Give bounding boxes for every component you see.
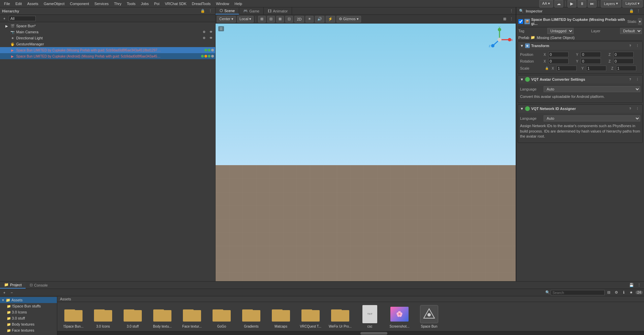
vqt-network-header[interactable]: ▼ VQT Network ID Assigner ? ⋮: [518, 105, 642, 113]
static-dropdown-icon[interactable]: ▾: [638, 18, 642, 25]
vqt-network-menu-icon[interactable]: ⋮: [634, 106, 640, 112]
account-button[interactable]: AA ▾: [539, 0, 553, 7]
object-enabled-checkbox[interactable]: [518, 19, 523, 24]
rotation-y-input[interactable]: [581, 59, 601, 64]
menu-window[interactable]: Window: [213, 1, 232, 6]
asset-tree-item-assets[interactable]: ▼ 📁 Assets: [0, 297, 57, 303]
menu-gameobject[interactable]: GameObject: [41, 1, 67, 6]
menu-thry[interactable]: Thry: [111, 1, 124, 6]
hierarchy-item-gesture[interactable]: 🖐 GestureManager: [0, 41, 215, 47]
asset-item-gradients[interactable]: Gradients: [238, 304, 265, 330]
scene-fx-button[interactable]: ⚡: [326, 16, 335, 23]
scene-hamburger-icon[interactable]: ☰: [218, 26, 224, 31]
layer-select[interactable]: Default: [620, 28, 642, 34]
tab-scene[interactable]: ⬡ Scene: [216, 7, 239, 14]
project-search-input[interactable]: [551, 290, 605, 295]
tag-select[interactable]: Untagged: [547, 28, 574, 34]
scene-more-button[interactable]: ⋮: [508, 16, 514, 22]
hierarchy-add-button[interactable]: +: [1, 15, 7, 22]
hierarchy-item-scene[interactable]: ▶ 🎬 Space Bun*: [0, 23, 215, 29]
scale-x-input[interactable]: [556, 66, 577, 71]
step-button[interactable]: ⏭: [588, 0, 597, 7]
vqt-avatar-header[interactable]: ▼ VQT Avatar Converter Settings ? ⋮: [518, 75, 642, 83]
inspector-lock-icon[interactable]: 🔒: [629, 8, 635, 14]
position-y-input[interactable]: [581, 52, 601, 57]
transform-menu-icon[interactable]: ⋮: [634, 43, 640, 49]
menu-help[interactable]: Help: [232, 1, 245, 6]
scale-lock-icon[interactable]: 🔒: [544, 65, 550, 71]
scene-layers-button[interactable]: ⊠: [276, 16, 284, 23]
transform-info-icon[interactable]: ?: [627, 43, 633, 49]
rotation-z-input[interactable]: [613, 59, 634, 64]
tab-project[interactable]: 📁 Project: [0, 282, 26, 289]
project-save-icon[interactable]: 💾: [629, 282, 635, 288]
scene-viewport[interactable]: X Y Z ☰: [216, 24, 516, 281]
menu-component[interactable]: Component: [67, 1, 92, 6]
scene-gizmo[interactable]: X Y Z: [486, 26, 513, 53]
menu-tools[interactable]: Tools: [124, 1, 138, 6]
rotation-x-input[interactable]: [548, 59, 569, 64]
camera-vis-icon[interactable]: 👁: [208, 29, 214, 35]
cloud-button[interactable]: ☁: [554, 0, 563, 7]
project-info-icon[interactable]: ℹ: [621, 290, 627, 296]
asset-tree-item-body-tex[interactable]: 📁 Body textures: [0, 321, 57, 327]
play-button[interactable]: ▶: [568, 0, 576, 7]
menu-services[interactable]: Services: [92, 1, 111, 6]
asset-item-screenshot[interactable]: 🌸 Screenshot...: [386, 304, 413, 330]
scene-local-button[interactable]: Local ▾: [237, 16, 254, 23]
scene-menu-icon[interactable]: ⋮: [508, 8, 514, 14]
vqt-avatar-info-icon[interactable]: ?: [627, 76, 633, 82]
asset-item-wefix[interactable]: WeFix Ur Pro...: [327, 304, 354, 330]
scene-grid-button[interactable]: ⊞: [258, 16, 266, 23]
menu-vrchat-sdk[interactable]: VRChat SDK: [162, 1, 189, 6]
vqt-avatar-language-select[interactable]: Auto: [544, 86, 640, 92]
scene-transform-button[interactable]: ⊡: [285, 16, 293, 23]
project-add-button[interactable]: +: [1, 290, 7, 296]
project-filter-icon[interactable]: ⊟: [606, 290, 612, 296]
scale-z-input[interactable]: [616, 66, 636, 71]
scene-2d-button[interactable]: 2D: [294, 16, 304, 23]
hierarchy-item-light[interactable]: ☀ Directional Light ⚙ 👁: [0, 35, 215, 41]
asset-item-gogo[interactable]: GoGo: [208, 304, 235, 330]
asset-tree-item-space-bun[interactable]: 📁 !Space Bun stuffs: [0, 303, 57, 309]
tab-game[interactable]: 🎮 Game: [239, 7, 264, 14]
hierarchy-item-camera[interactable]: 📷 Main Camera ⚙ 👁: [0, 29, 215, 35]
project-minus-button[interactable]: −: [9, 290, 15, 296]
hierarchy-menu-icon[interactable]: ⋮: [207, 8, 213, 14]
asset-item-space-bun[interactable]: !Space Bun...: [60, 304, 87, 330]
asset-tree-item-3stuff[interactable]: 📁 3.0 stuff: [0, 315, 57, 321]
vqt-network-language-select[interactable]: Auto: [544, 115, 640, 121]
layers-button[interactable]: Layers ▾: [601, 0, 621, 7]
scene-render-button[interactable]: ⊟: [267, 16, 275, 23]
scene-audio-button[interactable]: 🔊: [315, 16, 324, 23]
horizontal-scrollbar[interactable]: [57, 331, 644, 335]
project-settings-icon[interactable]: ⚙: [613, 290, 619, 296]
inspector-menu-icon[interactable]: ⋮: [635, 8, 641, 14]
asset-item-vrcquest[interactable]: VRCQuest T...: [297, 304, 324, 330]
asset-item-3icons[interactable]: 3.0 Icons: [90, 304, 117, 330]
asset-tree-item-face-tex[interactable]: 📁 Face textures: [0, 327, 57, 333]
vqt-avatar-menu-icon[interactable]: ⋮: [634, 76, 640, 82]
menu-poi[interactable]: Poi: [151, 1, 162, 6]
scene-aspect-button[interactable]: ⊞: [502, 16, 508, 22]
hierarchy-item-missing2[interactable]: ▶ Space Bun LIMITED by Cupkake (Android)…: [0, 53, 215, 59]
menu-dreadtools[interactable]: DreadTools: [189, 1, 214, 6]
layout-button[interactable]: Layout ▾: [622, 0, 643, 7]
asset-item-3stuff[interactable]: 3.0 stuff: [119, 304, 146, 330]
asset-item-csc[interactable]: TXT csc: [356, 304, 383, 330]
hierarchy-item-missing1[interactable]: ▶ Space Bun LIMITED by Cupkake (Missing …: [0, 47, 215, 53]
menu-edit[interactable]: Edit: [13, 1, 25, 6]
scene-center-button[interactable]: Center ▾: [217, 16, 236, 23]
camera-settings-icon[interactable]: ⚙: [201, 29, 207, 35]
vqt-network-info-icon[interactable]: ?: [627, 106, 633, 112]
scale-y-input[interactable]: [586, 66, 606, 71]
scene-light-button[interactable]: ☀: [305, 16, 314, 23]
asset-item-body[interactable]: Body textu...: [149, 304, 176, 330]
hierarchy-lock-icon[interactable]: 🔒: [200, 8, 206, 14]
asset-tree-item-3icons[interactable]: 📁 3.0 Icons: [0, 309, 57, 315]
project-star-icon[interactable]: ★: [628, 290, 634, 296]
position-z-input[interactable]: [613, 52, 634, 57]
light-vis-icon[interactable]: 👁: [208, 35, 214, 41]
pause-button[interactable]: ⏸: [578, 0, 586, 7]
asset-item-face[interactable]: Face textur...: [179, 304, 205, 330]
